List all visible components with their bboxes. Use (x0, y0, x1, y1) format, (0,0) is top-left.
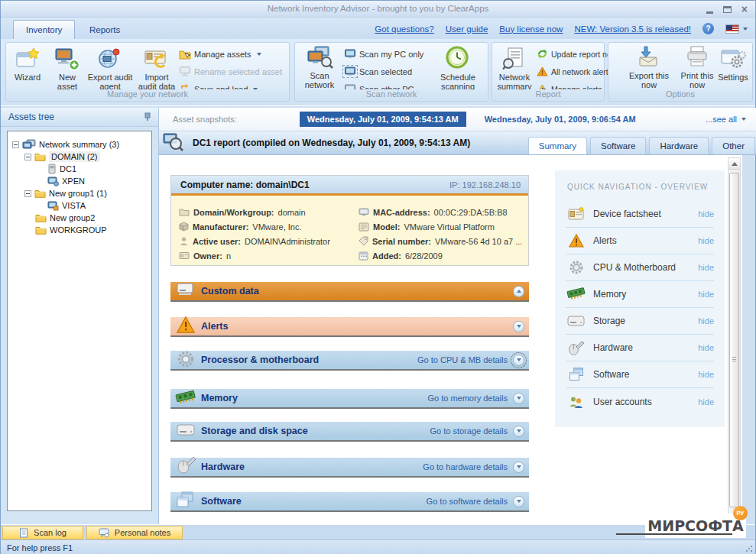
rename-asset-button[interactable]: Rename selected asset (179, 64, 282, 79)
link-got-questions[interactable]: Got questions? (375, 24, 433, 34)
link-new-version[interactable]: NEW: Version 3.5 is released! (574, 24, 691, 34)
tab-summary[interactable]: Summary (528, 137, 587, 154)
expand-section-button[interactable] (513, 496, 524, 507)
hide-link[interactable]: hide (698, 290, 714, 299)
tree-item-new-group1[interactable]: New group1 (1) (24, 187, 107, 199)
vertical-scrollbar[interactable] (728, 157, 741, 522)
folder-icon (34, 189, 46, 198)
link-buy-license[interactable]: Buy license now (499, 24, 563, 34)
group-report: Network summary Update report now All ne… (492, 42, 605, 102)
import-audit-data-button[interactable]: Import audit data (135, 45, 179, 91)
network-summary-button[interactable]: Network summary (494, 45, 535, 91)
tab-software[interactable]: Software (590, 137, 646, 154)
tab-personal-notes[interactable]: Personal notes (86, 526, 183, 539)
snapshot-selected[interactable]: Wednesday, July 01, 2009, 9:54:13 AM (300, 112, 466, 127)
tree-item-dc1[interactable]: DC1 (47, 163, 76, 175)
collapse-icon[interactable] (24, 190, 31, 197)
hide-link[interactable]: hide (698, 370, 714, 379)
snapshots-label: Asset snapshots: (173, 115, 237, 124)
section-custom-data[interactable]: Custom data (170, 282, 529, 302)
resize-grip[interactable] (745, 545, 753, 552)
all-network-alerts-button[interactable]: All network alerts (537, 64, 612, 79)
warning-icon (566, 233, 587, 248)
quick-nav-item-user-accounts[interactable]: User accounts hide (566, 388, 714, 415)
expand-section-button[interactable] (513, 393, 524, 404)
tree-item-workgroup[interactable]: WORKGROUP (35, 224, 107, 236)
group-caption-options: Options (609, 89, 751, 100)
goto-cpu-details-link[interactable]: Go to CPU & MB details (417, 355, 508, 364)
quick-nav-item-storage[interactable]: Storage hide (566, 308, 714, 335)
hide-link[interactable]: hide (698, 343, 714, 352)
section-cpu-motherboard[interactable]: Processor & motherboard Go to CPU & MB d… (170, 351, 529, 371)
export-audit-agent-button[interactable]: Export audit agent (86, 45, 135, 91)
section-hardware[interactable]: Hardware Go to hardware details (170, 458, 529, 478)
section-alerts[interactable]: Alerts (170, 317, 529, 337)
tree-item-xpen[interactable]: XPEN (47, 175, 85, 187)
maximize-button[interactable] (723, 6, 732, 13)
pin-icon[interactable] (144, 112, 151, 121)
device-icon (176, 280, 194, 297)
tree-item-vista[interactable]: VISTA (47, 199, 86, 212)
link-user-guide[interactable]: User guide (446, 24, 488, 34)
tree-item-domain[interactable]: DOMAIN (2) (24, 151, 100, 163)
quick-nav-item-hardware[interactable]: Hardware hide (566, 335, 714, 361)
network-summary-tree-icon (22, 139, 36, 150)
folder-icon (35, 213, 47, 222)
close-button[interactable]: × (741, 4, 748, 15)
factsheet-row: Added:6/28/2009 (359, 248, 443, 263)
goto-software-details-link[interactable]: Go to software details (427, 497, 508, 506)
hide-link[interactable]: hide (698, 236, 714, 245)
tab-inventory[interactable]: Inventory (13, 20, 75, 39)
schedule-scanning-button[interactable]: Schedule scanning (431, 45, 485, 91)
expand-section-button[interactable] (513, 462, 524, 473)
hide-link[interactable]: hide (698, 316, 714, 326)
language-selector[interactable] (725, 24, 748, 34)
hide-link[interactable]: hide (698, 209, 714, 219)
watermark: МИРСОФТА РУ (645, 514, 746, 538)
expand-section-button[interactable] (513, 355, 524, 366)
help-icon[interactable]: ? (702, 23, 714, 34)
tree-item-network-summary[interactable]: Network summary (3) (12, 138, 119, 151)
quick-nav-item-alerts[interactable]: Alerts hide (566, 228, 714, 254)
scan-selected-button[interactable]: Scan selected (344, 64, 412, 79)
scan-network-button[interactable]: Scan network (298, 45, 341, 91)
snapshot-previous[interactable]: Wednesday, July 01, 2009, 9:06:54 AM (485, 115, 636, 124)
goto-hardware-details-link[interactable]: Go to hardware details (423, 462, 508, 471)
hide-link[interactable]: hide (698, 397, 714, 407)
scrollbar-thumb[interactable] (729, 173, 739, 507)
tree-item-new-group2[interactable]: New group2 (35, 212, 95, 224)
see-all-link[interactable]: ...see all (706, 115, 746, 124)
section-storage[interactable]: Storage and disk space Go to storage det… (170, 422, 529, 442)
print-this-now-button[interactable]: Print this now (676, 45, 719, 91)
expand-section-button[interactable] (513, 321, 524, 332)
export-this-now-button[interactable]: Export this now (625, 45, 673, 91)
tab-hardware[interactable]: Hardware (649, 137, 709, 154)
wizard-button[interactable]: Wizard (8, 45, 47, 91)
manage-assets-button[interactable]: Manage assets (179, 47, 261, 61)
expand-section-button[interactable] (513, 426, 524, 437)
scan-network-icon (306, 45, 333, 70)
tab-scan-log[interactable]: Scan log (2, 526, 83, 539)
warning-icon (537, 66, 548, 76)
section-software[interactable]: Software Go to software details (170, 492, 529, 512)
minimize-button[interactable] (706, 11, 713, 14)
scroll-up-button[interactable] (728, 158, 740, 170)
collapse-section-button[interactable] (513, 286, 524, 297)
tab-other[interactable]: Other (712, 137, 755, 154)
refresh-icon (537, 48, 548, 60)
collapse-icon[interactable] (12, 141, 19, 148)
settings-button[interactable]: Settings (715, 45, 751, 91)
section-memory[interactable]: Memory Go to memory details (170, 389, 529, 409)
update-report-button[interactable]: Update report now (537, 47, 617, 61)
collapse-icon[interactable] (24, 154, 31, 160)
tab-reports[interactable]: Reports (77, 20, 132, 39)
goto-storage-details-link[interactable]: Go to storage details (430, 426, 508, 436)
quick-nav-item-memory[interactable]: Memory hide (566, 281, 714, 308)
hide-link[interactable]: hide (698, 263, 714, 272)
scan-my-pc-button[interactable]: Scan my PC only (344, 47, 423, 61)
quick-nav-item-software[interactable]: Software hide (566, 361, 714, 388)
goto-memory-details-link[interactable]: Go to memory details (427, 394, 508, 403)
quick-nav-item-cpu[interactable]: CPU & Motherboard hide (566, 254, 714, 281)
quick-nav-item-device-factsheet[interactable]: Device factsheet hide (566, 201, 714, 228)
new-asset-button[interactable]: New asset (49, 45, 86, 91)
